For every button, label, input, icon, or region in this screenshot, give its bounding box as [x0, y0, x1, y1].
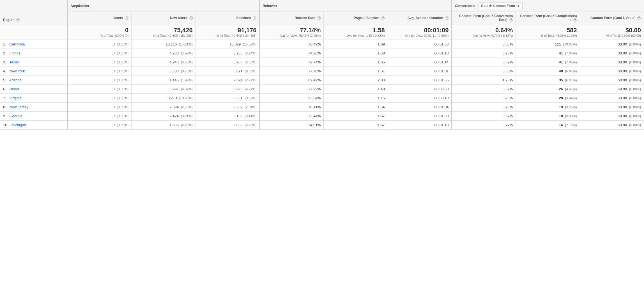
sessions-val: 8,071	[233, 69, 243, 73]
bounce-val: 77.99%	[308, 87, 321, 91]
bounce-help-icon[interactable]: ?	[317, 16, 321, 20]
conv-rate-help-icon[interactable]: ?	[509, 18, 513, 22]
new-users-val: 4,238	[169, 51, 179, 55]
avg-session-val: 00:00:18	[434, 96, 449, 100]
pages-val: 1.67	[378, 114, 385, 118]
table-row: 4. New York 0 (0.00%)6,608 (8.76%)8,071 …	[0, 67, 644, 76]
users-pct: (0.00%)	[117, 69, 128, 73]
pages-col-header: Pages / Session	[354, 16, 379, 20]
totals-row: 0 % of Total: 0.00% (0) 75,426 % of Tota…	[0, 24, 644, 40]
region-link[interactable]: California	[9, 42, 25, 46]
completions-pct: (3.44%)	[565, 96, 577, 100]
region-link[interactable]: Virginia	[9, 96, 21, 100]
users-col-header: Users	[114, 16, 123, 20]
users-val: 0	[112, 60, 114, 64]
region-link[interactable]: Illinois	[9, 87, 19, 91]
sessions-pct: (2.29%)	[245, 123, 256, 127]
completions-val: 20	[559, 96, 563, 100]
avg-session-col-header: Avg. Session Duration	[408, 16, 443, 20]
region-link[interactable]: New York	[9, 69, 25, 73]
bounce-val: 77.78%	[308, 69, 321, 73]
completions-help-icon[interactable]: ?	[573, 18, 577, 22]
new-users-pct: (3.21%)	[181, 114, 193, 118]
new-users-pct: (6.55%)	[181, 60, 193, 64]
sessions-pct: (2.84%)	[245, 105, 256, 109]
sessions-pct: (6.55%)	[245, 60, 256, 64]
goal-val: $0.00	[618, 96, 627, 100]
avg-session-help-icon[interactable]: ?	[445, 16, 449, 20]
dropdown-arrow-icon: ▼	[517, 4, 520, 8]
goal-pct: (0.00%)	[629, 51, 641, 55]
users-help-icon[interactable]: ?	[125, 16, 128, 20]
bounce-val: 93.34%	[308, 96, 321, 100]
new-users-val: 10,716	[166, 42, 177, 46]
table-row: 6. Illinois 0 (0.00%)3,297 (4.37%)3,890 …	[0, 85, 644, 94]
sessions-help-icon[interactable]: ?	[253, 16, 256, 20]
goal-pct: (0.00%)	[629, 42, 641, 46]
users-pct: (0.00%)	[117, 123, 128, 127]
region-help-icon[interactable]: ?	[16, 18, 20, 22]
completions-pct: (6.01%)	[565, 78, 577, 82]
row-number: 10.	[3, 123, 8, 127]
goal-val: $0.00	[618, 60, 627, 64]
new-users-pct: (1.92%)	[181, 78, 193, 82]
bounce-val: 76.49%	[308, 42, 321, 46]
sessions-val: 2,024	[233, 78, 243, 82]
region-link[interactable]: Arizona	[9, 78, 22, 82]
conv-rate-col-header: Contact Form (Goal 6 Conversion Rate)	[459, 14, 513, 22]
pages-val: 2.03	[378, 78, 385, 82]
region-link[interactable]: Texas	[9, 60, 19, 64]
completions-val: 19	[559, 105, 563, 109]
goal-pct: (0.00%)	[629, 60, 641, 64]
row-number: 3.	[3, 60, 6, 64]
new-users-val: 1,683	[169, 123, 179, 127]
bounce-col-header: Bounce Rate	[295, 16, 315, 20]
sessions-val: 13,329	[229, 42, 241, 46]
users-pct: (0.00%)	[117, 60, 128, 64]
completions-sort-icon[interactable]: ↓	[570, 18, 571, 22]
analytics-table-wrapper: Region ? Acquisition Behavior Conversion…	[0, 0, 644, 130]
users-val: 0	[112, 87, 114, 91]
totals-new-users-main: 75,426	[134, 27, 192, 34]
totals-goal-sub: % of Total: 0.00% ($0.00)	[583, 34, 641, 37]
new-users-val: 2,424	[169, 114, 179, 118]
conv-rate-val: 0.73%	[502, 105, 513, 109]
completions-pct: (19.07%)	[563, 42, 577, 46]
goal-pct: (0.00%)	[629, 87, 641, 91]
totals-pages-sub: Avg for View: 1.59 (-0.82%)	[326, 34, 385, 37]
totals-users-sub: % of Total: 0.00% (0)	[71, 34, 129, 37]
region-link[interactable]: Georgia	[9, 114, 22, 118]
new-users-val: 6,608	[169, 69, 179, 73]
table-row: 7. Virginia 0 (0.00%)8,210 (10.88%)8,681…	[0, 94, 644, 103]
region-link[interactable]: Michigan	[12, 123, 26, 127]
row-number: 7.	[3, 96, 6, 100]
sessions-pct: (5.74%)	[245, 51, 256, 55]
goal-dropdown[interactable]: Goal 6: Contact Form ▼	[479, 3, 523, 9]
conv-rate-val: 0.57%	[502, 114, 513, 118]
new-users-help-icon[interactable]: ?	[189, 16, 193, 20]
region-link[interactable]: New Jersey	[9, 105, 28, 109]
sessions-pct: (3.44%)	[245, 114, 256, 118]
sessions-val: 3,139	[233, 114, 243, 118]
goal-val: $0.00	[618, 51, 627, 55]
goal-pct: (0.00%)	[629, 123, 641, 127]
avg-session-val: 00:01:10	[434, 51, 449, 55]
goal-value-help-icon[interactable]: ?	[637, 16, 641, 20]
pages-help-icon[interactable]: ?	[381, 16, 385, 20]
completions-pct: (4.47%)	[565, 87, 577, 91]
avg-session-val: 00:01:18	[434, 123, 449, 127]
table-row: 1. California 0 (0.00%)10,716 (14.21%)13…	[0, 40, 644, 49]
completions-pct: (2.75%)	[565, 123, 577, 127]
totals-bounce-sub: Avg for View: 75.42% (2.29%)	[263, 34, 321, 37]
new-users-val: 2,094	[169, 105, 179, 109]
goal-val: $0.00	[618, 87, 627, 91]
region-link[interactable]: Florida	[9, 51, 20, 55]
conv-rate-val: 0.78%	[502, 51, 513, 55]
goal-pct: (0.00%)	[629, 78, 641, 82]
avg-session-val: 00:01:04	[434, 105, 449, 109]
avg-session-val: 00:01:30	[434, 114, 449, 118]
users-val: 0	[112, 78, 114, 82]
pages-val: 1.65	[378, 60, 385, 64]
avg-session-val: 00:01:55	[434, 78, 449, 82]
totals-avg-main: 00:01:09	[391, 27, 449, 34]
